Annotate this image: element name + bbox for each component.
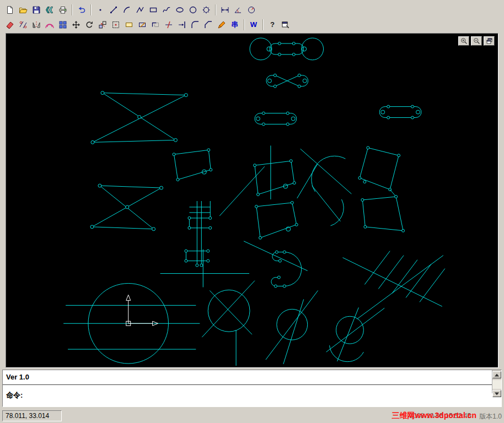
print-icon (58, 6, 67, 14)
dim-radius-button[interactable] (245, 4, 258, 16)
sketch-linkage-4[interactable] (379, 105, 421, 119)
fillet-icon (191, 20, 200, 29)
cursor-coordinates: 78.011, 33.014 (2, 410, 62, 421)
undo-button[interactable] (76, 4, 88, 16)
trim-button[interactable] (163, 19, 175, 31)
rotate-button[interactable] (83, 19, 95, 31)
draw-rectangle-button[interactable] (147, 4, 159, 16)
dim-angle-button[interactable] (232, 4, 244, 16)
zoom-window-button[interactable] (110, 19, 122, 31)
sketch-linkage-3[interactable] (255, 112, 297, 126)
help-button[interactable]: ? (266, 19, 278, 31)
draw-spline-button[interactable] (160, 4, 173, 16)
spline-icon (162, 6, 171, 14)
sketch-quad-3[interactable] (255, 201, 298, 239)
erase-button[interactable] (4, 19, 16, 31)
toolbar-separator (262, 19, 264, 30)
sketch-arcs[interactable] (297, 149, 352, 226)
sketch-quad-1[interactable] (173, 149, 212, 181)
line-icon (109, 6, 118, 14)
scroll-down-button[interactable] (492, 390, 501, 397)
extend-button[interactable] (176, 19, 188, 31)
pen-button[interactable] (216, 19, 228, 31)
rotate-icon (85, 20, 94, 29)
sketch-circle-2[interactable] (202, 281, 255, 366)
sketch-circle-3[interactable] (266, 290, 318, 364)
new-icon (6, 6, 14, 14)
toolbar-separator (72, 4, 73, 15)
sketch-diamond-2[interactable] (361, 189, 405, 232)
toolbar-modify: 串W? (3, 17, 292, 32)
toolbar-separator (215, 4, 216, 15)
draw-circle-button[interactable] (187, 4, 199, 16)
break-button[interactable] (17, 19, 29, 31)
sketch-ladder[interactable] (185, 201, 212, 267)
erase-icon (6, 20, 14, 29)
save-file-button[interactable] (30, 4, 42, 16)
draw-gear-button[interactable] (200, 4, 212, 16)
draw-line-button[interactable] (108, 4, 120, 16)
zoom-in-button[interactable] (458, 36, 469, 46)
mirror-icon (32, 20, 41, 29)
zoom-out-button[interactable] (471, 36, 482, 46)
scroll-track[interactable] (492, 380, 501, 389)
rect-tool-button[interactable] (123, 19, 135, 31)
pen-icon (217, 20, 226, 29)
point-icon (96, 6, 105, 14)
sketch-quad-2[interactable] (253, 145, 296, 199)
polyline-icon (136, 6, 144, 14)
drawing-canvas[interactable] (6, 33, 498, 368)
watermark-text: 三维网www.3dportal.cn (392, 411, 477, 421)
command-scrollbar[interactable] (492, 370, 501, 393)
drawing-layer (6, 34, 498, 367)
sketch-linkage-large[interactable] (250, 38, 324, 60)
command-panel[interactable]: Ver 1.0 命令: (2, 370, 502, 407)
sketch-linkage-2[interactable] (266, 74, 308, 88)
w-letter-icon: W (250, 20, 257, 29)
sketch-bowtie-1[interactable] (91, 91, 187, 144)
rect-edit-button[interactable] (136, 19, 148, 31)
zoom-in-icon (460, 37, 468, 45)
draw-arc-button[interactable] (121, 4, 133, 16)
w-tool-button[interactable]: W (248, 19, 260, 31)
rect-edit-icon (138, 20, 147, 29)
move-button[interactable] (70, 19, 82, 31)
toolbar-separator (244, 19, 245, 30)
mirror-button[interactable] (30, 19, 42, 31)
corner-rect-button[interactable] (149, 19, 162, 31)
sketch-stray-lines[interactable] (160, 166, 308, 287)
print-button[interactable] (57, 4, 69, 16)
draw-polyline-button[interactable] (134, 4, 146, 16)
window-restore-icon (486, 37, 493, 45)
properties-button[interactable] (280, 19, 292, 31)
sketch-bowtie-2[interactable] (90, 184, 163, 231)
scroll-up-button[interactable] (492, 371, 501, 378)
toolbar-standard (3, 2, 258, 17)
plot-preview-button[interactable] (44, 4, 56, 16)
properties-icon (281, 20, 290, 29)
undo-icon (77, 6, 86, 14)
application-window: 串W? (0, 0, 504, 423)
gear-icon (202, 6, 211, 14)
status-right-area: 2008-10-05 15:52:45 版本1.0 三维网www.3dporta… (320, 410, 502, 421)
draw-ellipse-button[interactable] (174, 4, 186, 16)
dim-horizontal-icon (221, 6, 229, 14)
new-file-button[interactable] (4, 4, 16, 16)
save-icon (32, 6, 41, 14)
open-file-button[interactable] (17, 4, 29, 16)
chain-icon: 串 (232, 20, 239, 29)
array-icon (58, 20, 67, 29)
chamfer-button[interactable] (202, 19, 215, 31)
chain-tool-button[interactable]: 串 (229, 19, 241, 31)
array-button[interactable] (57, 19, 69, 31)
scale-button[interactable] (96, 19, 109, 31)
fillet-button[interactable] (189, 19, 201, 31)
sketch-circle-4[interactable] (326, 307, 385, 361)
offset-button[interactable] (44, 19, 56, 31)
window-restore-button[interactable] (484, 36, 495, 46)
coordinate-axes (126, 295, 158, 326)
circle-icon (189, 6, 197, 14)
sketch-diamond-1[interactable] (358, 147, 400, 191)
dim-linear-button[interactable] (219, 4, 231, 16)
draw-point-button[interactable] (94, 4, 106, 16)
